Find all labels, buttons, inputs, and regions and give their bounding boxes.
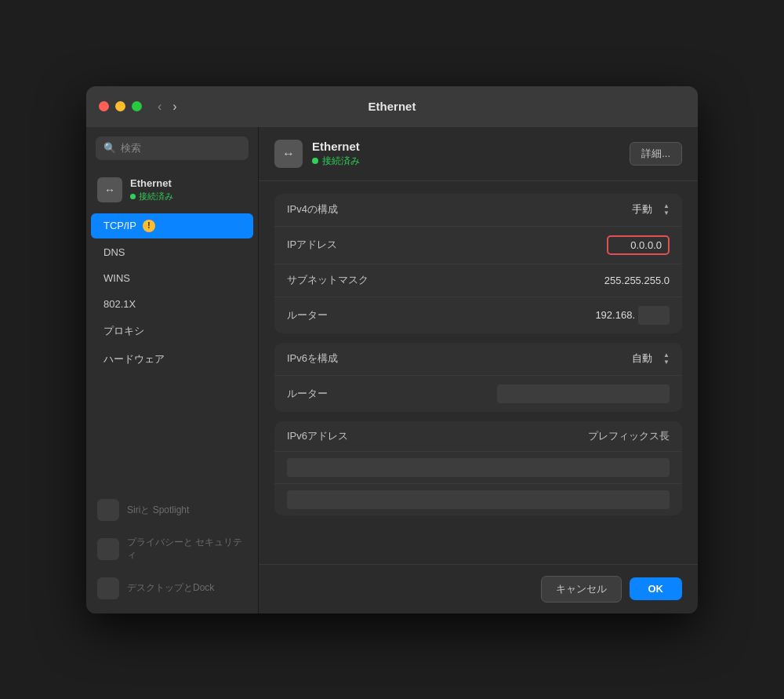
ipv6-addr-row-2 <box>274 484 682 515</box>
bg-items: Siriと Spotlight プライバシーと セキュリティ デスクトップとDo… <box>86 485 258 613</box>
panel-info: Ethernet 接続済み <box>312 140 620 168</box>
titlebar: ‹ › Ethernet <box>86 86 698 127</box>
tab-dns-label: DNS <box>103 246 125 258</box>
main-window: ‹ › Ethernet 🔍 検索 ↔ Ethernet <box>86 86 698 613</box>
bg-item-siri: Siriと Spotlight <box>86 491 258 529</box>
panel-ethernet-icon: ↔ <box>274 140 303 168</box>
titlebar-title: Ethernet <box>368 100 416 113</box>
warning-icon: ! <box>143 220 155 232</box>
ipv6-router-input[interactable] <box>497 384 670 403</box>
status-dot <box>130 194 136 199</box>
tab-8021x-label: 802.1X <box>103 298 136 310</box>
router-input[interactable] <box>638 306 670 325</box>
ipv4-stepper[interactable]: ▲ ▼ <box>657 202 670 217</box>
ipv4-config-text: 手動 <box>632 202 652 217</box>
traffic-lights <box>99 101 142 111</box>
network-info: Ethernet 接続済み <box>130 177 247 202</box>
desktop-label: デスクトップとDock <box>127 582 214 595</box>
ip-address-label: IPアドレス <box>287 238 607 252</box>
ipv6-router-label: ルーター <box>287 387 497 401</box>
panel-status-dot <box>312 158 318 164</box>
bg-item-desktop: デスクトップとDock <box>86 570 258 607</box>
ipv4-section: IPv4の構成 手動 ▲ ▼ IPアドレス 0.0.0.0 <box>274 194 682 333</box>
bg-item-privacy: プライバシーと セキュリティ <box>86 529 258 569</box>
main-content: 🔍 検索 ↔ Ethernet 接続済み TCP/ <box>86 127 698 613</box>
search-bar[interactable]: 🔍 検索 <box>96 137 249 160</box>
subnet-mask-label: サブネットマスク <box>287 273 604 287</box>
subnet-mask-row: サブネットマスク 255.255.255.0 <box>274 264 682 297</box>
ipv6-addr-input-1[interactable] <box>287 458 670 477</box>
ipv6-prefix-title: プレフィックス長 <box>588 429 670 443</box>
sidebar: 🔍 検索 ↔ Ethernet 接続済み TCP/ <box>86 127 259 613</box>
right-panel: ↔ Ethernet 接続済み 詳細... IPv4の構成 <box>259 127 698 613</box>
back-arrow[interactable]: ‹ <box>154 98 165 115</box>
ipv6-config-text: 自動 <box>632 351 652 366</box>
ipv6-stepper-up[interactable]: ▲ <box>657 351 670 359</box>
router-row: ルーター 192.168. <box>274 297 682 333</box>
ipv6-stepper-down[interactable]: ▼ <box>657 359 670 366</box>
titlebar-nav: ‹ › <box>154 98 180 115</box>
maximize-button[interactable] <box>132 101 142 111</box>
minimize-button[interactable] <box>115 101 125 111</box>
panel-header: ↔ Ethernet 接続済み 詳細... <box>259 127 698 181</box>
tab-proxy[interactable]: プロキシ <box>91 318 253 344</box>
ipv6-addr-section: IPv6アドレス プレフィックス長 <box>274 421 682 515</box>
siri-icon <box>97 499 119 521</box>
ok-button[interactable]: OK <box>630 577 683 600</box>
tab-tcp-ip-label: TCP/IP <box>103 220 136 231</box>
ipv6-stepper[interactable]: ▲ ▼ <box>657 351 670 366</box>
detail-button[interactable]: 詳細... <box>630 142 682 166</box>
tab-hardware[interactable]: ハードウェア <box>91 346 253 373</box>
settings-content: IPv4の構成 手動 ▲ ▼ IPアドレス 0.0.0.0 <box>259 181 698 564</box>
forward-arrow[interactable]: › <box>169 98 180 115</box>
siri-label: Siriと Spotlight <box>127 504 189 517</box>
ipv6-addr-title: IPv6アドレス <box>287 429 588 443</box>
tab-dns[interactable]: DNS <box>91 240 253 264</box>
ipv4-config-row: IPv4の構成 手動 ▲ ▼ <box>274 194 682 227</box>
status-text: 接続済み <box>139 191 173 202</box>
ipv4-config-label: IPv4の構成 <box>287 202 632 217</box>
ipv6-addr-input-2[interactable] <box>287 490 670 509</box>
stepper-up[interactable]: ▲ <box>657 202 670 210</box>
ip-address-input[interactable]: 0.0.0.0 <box>607 235 670 255</box>
tab-8021x[interactable]: 802.1X <box>91 292 253 316</box>
desktop-icon <box>97 577 119 599</box>
stepper-down[interactable]: ▼ <box>657 209 670 217</box>
search-icon: 🔍 <box>103 142 116 154</box>
network-status: 接続済み <box>130 191 247 202</box>
privacy-icon <box>97 538 119 560</box>
ipv4-config-value[interactable]: 手動 ▲ ▼ <box>632 202 670 217</box>
ipv6-addr-header: IPv6アドレス プレフィックス長 <box>274 421 682 452</box>
ipv6-section: IPv6を構成 自動 ▲ ▼ ルーター <box>274 343 682 412</box>
panel-footer: キャンセル OK <box>259 564 698 613</box>
search-placeholder: 検索 <box>121 141 141 155</box>
router-text: 192.168. <box>595 309 635 321</box>
ipv6-router-row: ルーター <box>274 376 682 412</box>
router-label: ルーター <box>287 308 595 322</box>
tab-wins[interactable]: WINS <box>91 266 253 290</box>
ipv6-config-value[interactable]: 自動 ▲ ▼ <box>632 351 670 366</box>
close-button[interactable] <box>99 101 109 111</box>
ethernet-icon: ↔ <box>97 177 122 202</box>
ipv6-config-label: IPv6を構成 <box>287 351 632 366</box>
panel-status: 接続済み <box>312 155 620 168</box>
network-item-ethernet[interactable]: ↔ Ethernet 接続済み <box>86 169 258 210</box>
ipv6-addr-row-1 <box>274 452 682 484</box>
tab-list: TCP/IP ! DNS WINS 802.1X プロキシ ハードウェア <box>86 213 258 374</box>
subnet-mask-value: 255.255.255.0 <box>604 275 670 286</box>
privacy-label: プライバシーと セキュリティ <box>127 537 247 561</box>
panel-status-text: 接続済み <box>322 155 360 168</box>
cancel-button[interactable]: キャンセル <box>541 576 622 603</box>
router-value: 192.168. <box>595 306 670 325</box>
ip-address-row: IPアドレス 0.0.0.0 <box>274 227 682 264</box>
network-name: Ethernet <box>130 177 247 189</box>
panel-name: Ethernet <box>312 140 620 153</box>
tab-proxy-label: プロキシ <box>103 324 144 338</box>
tab-tcp-ip[interactable]: TCP/IP ! <box>91 213 253 238</box>
ipv6-config-row: IPv6を構成 自動 ▲ ▼ <box>274 343 682 376</box>
tab-wins-label: WINS <box>103 272 130 284</box>
tab-hardware-label: ハードウェア <box>103 352 165 366</box>
